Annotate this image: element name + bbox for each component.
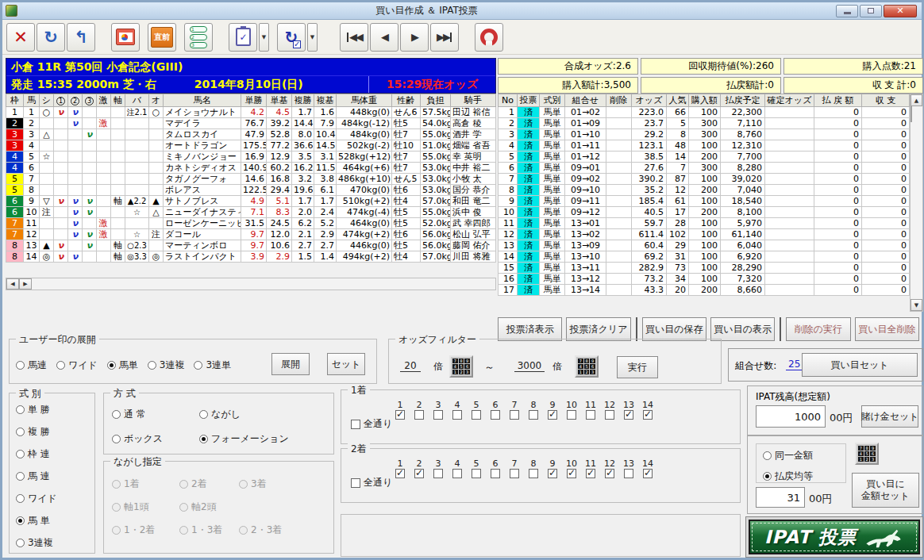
mark1-cell[interactable] — [54, 118, 68, 129]
bet-type-option[interactable]: 単 勝 — [16, 403, 57, 416]
scroll-down-icon[interactable]: ▼ — [911, 299, 922, 311]
horse-row[interactable]: 7 12 ν ν 激 ☆ 注 ダコール 9.7 12.0 2.1 2.9 474… — [6, 229, 496, 240]
horse-row[interactable]: 7 11 ν 激 ローゼンケーニッヒ 31.5 24.5 6.2 5.2 464… — [6, 218, 496, 229]
amount-mode-option[interactable]: 払戻均等 — [763, 470, 813, 483]
horse-number-select[interactable]: 11 — [581, 458, 600, 478]
mark1-cell[interactable] — [54, 207, 68, 218]
mark1-cell[interactable] — [54, 129, 68, 140]
radio-icon[interactable] — [16, 428, 25, 436]
numpad-icon[interactable]: 789456123 — [855, 443, 879, 465]
bet-row[interactable]: 8 済 馬単 09→10 35.2 12 200 7,040 0 0 — [499, 185, 910, 196]
mark2-cell[interactable]: ν — [68, 229, 83, 240]
bet-type-option[interactable]: 馬 連 — [16, 470, 57, 483]
radio-icon[interactable] — [763, 451, 772, 460]
bet-type-option[interactable]: ワイド — [16, 492, 57, 505]
horse-number-select[interactable]: 9 — [543, 400, 562, 420]
horse-number-select[interactable]: 2 — [410, 458, 429, 478]
sync-vote-dropdown[interactable]: ▼ — [307, 23, 318, 52]
delete-flag-cell[interactable] — [606, 152, 632, 163]
mark1-cell[interactable] — [54, 218, 68, 229]
bet-row[interactable]: 4 済 馬単 01→11 123.1 48 100 12,310 0 0 — [499, 140, 910, 152]
checkbox-icon[interactable] — [433, 410, 443, 420]
checkbox-icon[interactable] — [586, 410, 595, 420]
close-button[interactable]: ✕ — [884, 5, 917, 17]
mark2-cell[interactable] — [68, 240, 83, 251]
method-option[interactable]: ながし — [199, 408, 326, 421]
delete-flag-cell[interactable] — [606, 118, 632, 129]
user-mark-cell[interactable] — [40, 218, 54, 229]
user-mark-option[interactable]: ワイド — [56, 359, 98, 372]
bet-row[interactable]: 12 済 馬単 13→02 611.4 102 100 61,140 0 0 — [499, 229, 910, 240]
mark1-cell[interactable]: ν — [54, 251, 68, 263]
checkbox-icon[interactable] — [491, 410, 500, 420]
user-mark-cell[interactable]: ▽ — [40, 196, 54, 207]
mark1-cell[interactable] — [54, 140, 68, 152]
checkbox-icon[interactable] — [643, 469, 653, 478]
user-mark-cell[interactable] — [40, 140, 54, 152]
mark3-cell[interactable]: ν — [83, 229, 97, 240]
bet-type-option[interactable]: 3連複 — [16, 536, 57, 550]
mark2-cell[interactable] — [68, 185, 83, 196]
min-odds-value[interactable]: 20 — [400, 360, 421, 372]
horse-number-select[interactable]: 14 — [638, 458, 657, 478]
mark3-cell[interactable]: ν — [83, 196, 97, 207]
delete-flag-cell[interactable] — [606, 229, 632, 240]
checkbox-icon[interactable] — [433, 469, 443, 478]
set-marks-button[interactable]: セット — [327, 353, 365, 375]
scroll-up-icon[interactable]: ▲ — [911, 94, 922, 106]
horse-row[interactable]: 6 9 ▽ ν ν ν 軸 ▲2.2 ▲ サトノブレス 4.9 5.1 1.7 … — [6, 196, 496, 207]
sync-vote-button[interactable]: ↻ — [277, 23, 306, 52]
chokuzen-button[interactable]: 直前 — [148, 23, 176, 52]
checkbox-icon[interactable] — [548, 410, 557, 420]
checkbox-icon[interactable] — [472, 410, 481, 420]
horse-number-select[interactable]: 6 — [486, 400, 505, 420]
horse-row[interactable]: 5 7 タガノグーフォ 14.6 16.8 3.2 3.8 486kg(+10) — [6, 174, 496, 185]
mark2-cell[interactable] — [68, 140, 83, 152]
set-stake-button[interactable]: 賭け金セット — [861, 405, 918, 428]
bet-row[interactable]: 10 済 馬単 09→12 40.5 17 200 8,100 0 0 — [499, 207, 910, 218]
horse-number-select[interactable]: 6 — [486, 458, 505, 478]
scrollbar-thumb[interactable] — [911, 105, 912, 122]
bet-row[interactable]: 3 済 馬単 01→10 29.2 8 300 8,760 0 0 — [499, 129, 910, 140]
jra-button[interactable] — [475, 23, 503, 52]
radio-icon[interactable] — [148, 361, 156, 370]
delete-flag-cell[interactable] — [606, 140, 632, 152]
mark3-cell[interactable] — [83, 218, 97, 229]
radio-icon[interactable] — [16, 539, 25, 547]
horse-number-select[interactable]: 13 — [619, 400, 638, 420]
mark2-cell[interactable]: ν — [68, 218, 83, 229]
bet-row[interactable]: 16 済 馬単 13→12 73.2 34 100 7,320 0 0 — [499, 274, 910, 285]
checkbox-icon[interactable] — [414, 410, 424, 420]
mark3-cell[interactable] — [83, 152, 97, 163]
horse-number-select[interactable]: 7 — [505, 458, 524, 478]
horse-table-hscrollbar[interactable]: ◀ ▶ — [6, 278, 496, 290]
radio-icon[interactable] — [194, 361, 202, 370]
restore-button[interactable] — [860, 5, 882, 17]
horse-number-select[interactable]: 10 — [562, 458, 581, 478]
horse-number-select[interactable]: 9 — [543, 458, 562, 478]
horse-row[interactable]: 4 6 カネトシディオス 140.9 60.2 16.2 11.5 464kg(… — [6, 163, 496, 174]
radio-icon[interactable] — [56, 361, 65, 370]
minimize-button[interactable] — [836, 5, 858, 17]
checkbox-icon[interactable] — [414, 469, 424, 478]
radio-icon[interactable] — [199, 435, 208, 443]
horse-number-select[interactable]: 14 — [638, 400, 657, 420]
bet-type-option[interactable]: 複 勝 — [16, 425, 57, 439]
method-option[interactable]: 通 常 — [112, 408, 199, 421]
filter-exec-button[interactable]: 実行 — [617, 356, 658, 378]
horse-row[interactable]: 8 13 ▲ ν ν 軸 ○2.3 マーティンボロ 9.7 10.6 2.7 2… — [6, 240, 496, 251]
mark3-cell[interactable] — [83, 118, 97, 129]
horse-number-select[interactable]: 2 — [410, 400, 429, 420]
horse-number-select[interactable]: 12 — [600, 400, 619, 420]
bet-row[interactable]: 11 済 馬単 13→01 59.7 28 100 5,970 0 0 — [499, 218, 910, 229]
delete-flag-cell[interactable] — [606, 263, 632, 274]
mark3-cell[interactable] — [83, 174, 97, 185]
mark3-cell[interactable]: ν — [83, 240, 97, 251]
horse-number-select[interactable]: 12 — [600, 458, 619, 478]
horse-number-select[interactable]: 10 — [562, 400, 581, 420]
mark3-cell[interactable] — [83, 185, 97, 196]
mark1-cell[interactable] — [54, 163, 68, 174]
checkbox-icon[interactable] — [624, 410, 633, 420]
marks-list-button[interactable]: 123 — [184, 23, 213, 52]
mark3-cell[interactable] — [83, 140, 97, 152]
